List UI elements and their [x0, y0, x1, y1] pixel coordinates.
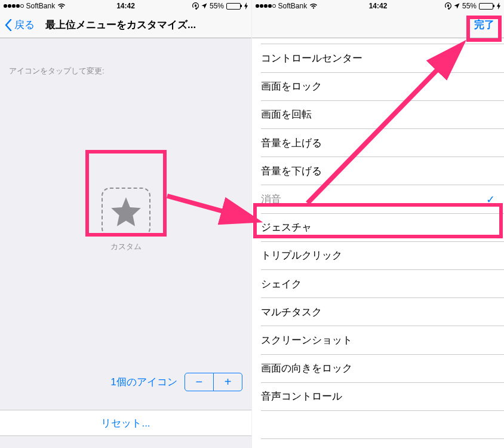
list-item[interactable]: 音声コントロール [252, 382, 504, 410]
reset-label: リセット... [101, 416, 150, 430]
battery-percent: 55% [210, 2, 224, 10]
wifi-icon [57, 3, 66, 9]
list-item[interactable]: 画面を回転 [252, 100, 504, 128]
list-item[interactable]: 音量を下げる [252, 157, 504, 185]
list-row-clipped [261, 38, 504, 44]
tap-hint-label: アイコンをタップして変更: [0, 38, 251, 76]
icon-count-label: 1個のアイコン [110, 375, 177, 389]
nav-bar: 完了 [252, 12, 504, 38]
list-item[interactable]: 音量を上げる [252, 129, 504, 157]
list-item-label: トリプルクリック [261, 248, 342, 262]
list-item-label: マルチタスク [261, 305, 322, 319]
list-item-label: コントロールセンター [261, 51, 362, 65]
right-phone-screen: SoftBank 14:42 55% 完了 コントロールセンター画面をロック画面… [252, 0, 504, 448]
list-item-label: 消音 [261, 192, 281, 206]
battery-icon [479, 3, 494, 10]
battery-percent: 55% [462, 2, 477, 10]
carrier-label: SoftBank [278, 2, 308, 10]
back-button[interactable]: 戻る [5, 18, 35, 32]
nav-bar: 戻る 最上位メニューをカスタマイズ... [0, 12, 251, 38]
wifi-icon [309, 3, 318, 9]
list-item-label: 画面を回転 [261, 108, 312, 121]
list-item-label: 画面をロック [261, 79, 322, 93]
nav-title: 最上位メニューをカスタマイズ... [45, 18, 247, 32]
bolt-icon [244, 2, 248, 10]
list-item[interactable] [252, 410, 504, 438]
list-item-label: 画面の向きをロック [261, 361, 352, 375]
orientation-lock-icon [192, 2, 199, 10]
left-phone-screen: SoftBank 14:42 55% 戻る 最上位メニューをカスタマイズ... … [0, 0, 252, 448]
status-bar: SoftBank 14:42 55% [0, 0, 251, 12]
signal-strength [4, 4, 24, 8]
list-item-label: スクリーンショット [261, 333, 352, 347]
list-item[interactable]: ジェスチャ [252, 213, 504, 241]
list-item[interactable]: 画面をロック [252, 72, 504, 100]
back-label: 戻る [14, 18, 35, 32]
battery-icon [226, 3, 242, 10]
list-item[interactable]: 消音✓ [252, 185, 504, 213]
list-item-label: 音量を上げる [261, 136, 322, 150]
list-item[interactable]: 画面の向きをロック [252, 354, 504, 382]
list-item-label: 音声コントロール [261, 389, 342, 403]
list-item-label: 音量を下げる [261, 164, 322, 178]
bolt-icon [497, 2, 500, 10]
status-bar: SoftBank 14:42 55% [252, 0, 504, 12]
status-time: 14:42 [116, 2, 135, 10]
list-item[interactable]: コントロールセンター [252, 44, 504, 72]
orientation-lock-icon [445, 2, 451, 10]
custom-icon-area[interactable]: カスタム [102, 188, 150, 252]
list-item-label: ジェスチャ [261, 220, 312, 234]
location-icon [201, 3, 207, 9]
stepper-minus-button[interactable]: − [185, 373, 213, 391]
custom-slot-label: カスタム [110, 241, 142, 252]
reset-button[interactable]: リセット... [0, 410, 251, 436]
list-item-label: シェイク [261, 277, 302, 291]
chevron-left-icon [5, 19, 12, 31]
list-item[interactable]: スクリーンショット [252, 326, 504, 354]
left-content: アイコンをタップして変更: カスタム 1個のアイコン − + リセット... [0, 38, 251, 448]
list-item[interactable]: マルチタスク [252, 298, 504, 326]
done-button[interactable]: 完了 [469, 16, 499, 34]
option-list[interactable]: コントロールセンター画面をロック画面を回転音量を上げる音量を下げる消音✓ジェスチ… [252, 38, 504, 448]
carrier-label: SoftBank [26, 2, 56, 10]
checkmark-icon: ✓ [486, 193, 495, 206]
list-item[interactable]: シェイク [252, 270, 504, 298]
location-icon [454, 3, 460, 9]
star-icon [110, 196, 142, 228]
signal-strength [256, 4, 276, 8]
list-item[interactable]: トリプルクリック [252, 241, 504, 269]
icon-count-row: 1個のアイコン − + [0, 369, 251, 395]
status-time: 14:42 [369, 2, 388, 10]
custom-icon-slot[interactable] [102, 188, 150, 237]
stepper-plus-button[interactable]: + [214, 373, 242, 391]
icon-count-stepper: − + [185, 373, 242, 391]
